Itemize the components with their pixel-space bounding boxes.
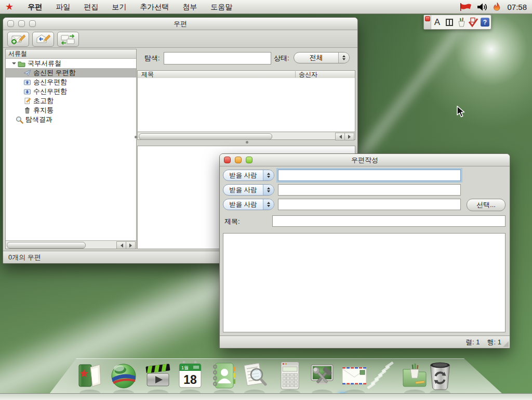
tree-item-trash[interactable]: 휴지통	[6, 106, 136, 115]
spellcheck-tool-button[interactable]	[467, 16, 479, 29]
dock-divider	[367, 363, 397, 390]
select-address-button[interactable]: 선택...	[467, 199, 506, 211]
recipient-type-value: 받을 사람	[223, 171, 263, 180]
menu-item-mail[interactable]: 우편	[21, 0, 49, 14]
dock-item-media-player[interactable]	[144, 360, 171, 391]
help-tool-button[interactable]: ?	[479, 16, 491, 29]
clock[interactable]: 07:58	[507, 3, 527, 11]
recipient-input-1[interactable]	[278, 170, 461, 181]
flame-notifier-icon[interactable]	[493, 2, 501, 11]
scroll-right-button[interactable]	[345, 133, 354, 140]
search-input[interactable]	[164, 52, 271, 64]
tree-item-outbox[interactable]: 송신우편함	[6, 78, 136, 87]
menu-item-help[interactable]: 도움말	[204, 0, 239, 14]
compose-window-titlebar[interactable]: 우편작성	[220, 154, 510, 166]
pen-cup-tool-button[interactable]	[455, 16, 467, 29]
mail-window-titlebar[interactable]: 우편	[3, 18, 357, 30]
menu-item-attach[interactable]: 첨부	[176, 0, 204, 14]
message-list[interactable]	[137, 78, 355, 132]
palette-drag-handle[interactable]	[424, 15, 431, 29]
status-filter-select[interactable]: 전체	[294, 52, 350, 63]
resize-grip[interactable]	[503, 341, 509, 347]
inbox-icon	[23, 88, 31, 95]
list-horizontal-scrollbar[interactable]	[137, 132, 355, 140]
mail-toolbar	[3, 30, 357, 48]
trash-icon	[427, 360, 454, 391]
documents-book-icon	[76, 360, 103, 391]
preview-splitter-handle[interactable]	[246, 141, 248, 144]
scroll-right-button[interactable]	[126, 241, 136, 249]
recipient-row-2: 받을 사람	[223, 184, 461, 196]
dock-item-documents[interactable]	[76, 360, 103, 391]
tree-item-label: 송신된 우편함	[33, 68, 76, 78]
stepper-control[interactable]	[263, 199, 274, 210]
stepper-up-icon	[267, 200, 270, 204]
tree-item-label: 국부서류철	[28, 59, 61, 68]
mail-window-title: 우편	[3, 18, 357, 30]
recipient-type-select-3[interactable]: 받을 사람	[223, 199, 274, 210]
red-star-menu-icon[interactable]: ★	[5, 2, 14, 11]
tree-item-label: 휴지통	[33, 106, 54, 115]
tree-item-inbox[interactable]: 수신우편함	[6, 87, 136, 96]
column-subject[interactable]: 제목	[141, 71, 154, 79]
stepper-control[interactable]	[338, 53, 349, 63]
floating-tool-palette: A ?	[423, 15, 491, 30]
dock-item-contacts[interactable]	[210, 360, 237, 391]
menu-item-options[interactable]: 추가선택	[133, 0, 176, 14]
scrollbar-thumb[interactable]	[139, 133, 272, 140]
spellcheck-icon	[468, 17, 478, 28]
dock-item-web-browser[interactable]	[110, 360, 137, 391]
tree-item-search-results[interactable]: 탐색결과	[6, 115, 136, 124]
search-label: 탐색:	[144, 54, 160, 63]
tree-item-label: 송신우편함	[33, 78, 67, 87]
recipient-row-3: 받을 사람	[223, 199, 461, 210]
scroll-left-button[interactable]	[116, 241, 126, 249]
message-body-editor[interactable]	[223, 233, 506, 332]
menu-item-edit[interactable]: 편집	[77, 0, 105, 14]
disclosure-triangle-icon[interactable]	[12, 62, 16, 67]
volume-icon[interactable]	[477, 3, 488, 11]
document-search-icon	[241, 360, 268, 391]
stepper-control[interactable]	[263, 185, 274, 195]
tree-horizontal-scrollbar[interactable]	[6, 240, 136, 249]
mouse-cursor	[456, 106, 467, 118]
tree-item-local-folders[interactable]: 국부서류철	[6, 59, 136, 68]
system-tray: 07:58	[459, 2, 527, 11]
recipient-input-3[interactable]	[278, 199, 461, 210]
mail-envelope-icon	[341, 360, 368, 391]
recipient-type-value: 받을 사람	[223, 200, 263, 209]
stepper-up-icon	[267, 186, 270, 189]
tree-item-sent-mailbox[interactable]: 송신된 우편함	[6, 68, 136, 78]
palette-close-icon[interactable]	[425, 16, 430, 21]
folder-icon	[18, 60, 25, 67]
text-tool-button[interactable]: A	[431, 16, 443, 29]
send-receive-button[interactable]	[57, 32, 79, 47]
subject-input[interactable]	[272, 215, 506, 227]
dock-item-trash[interactable]	[427, 360, 454, 391]
column-divider[interactable]	[295, 71, 296, 78]
red-flag-icon[interactable]	[459, 3, 472, 11]
message-list-header[interactable]: 제목 송신자	[137, 70, 355, 79]
stepper-up-icon	[267, 171, 270, 175]
menu-item-view[interactable]: 보기	[105, 0, 133, 14]
dock-item-calendar[interactable]: 1월 18	[177, 360, 204, 391]
dock-item-stationery[interactable]	[401, 360, 428, 391]
tree-item-drafts[interactable]: 초고함	[6, 96, 136, 106]
menu-item-file[interactable]: 파일	[49, 0, 77, 14]
folder-tree-panel: 서류철 국부서류철 송신된 우편함 송신우편함	[5, 49, 137, 249]
scroll-right-icon	[129, 243, 134, 248]
scrollbar-thumb[interactable]	[7, 242, 86, 249]
columns-tool-button[interactable]	[443, 16, 455, 29]
recipient-type-select-2[interactable]: 받을 사람	[223, 184, 274, 196]
recipient-input-2[interactable]	[278, 184, 461, 196]
dock-item-calculator[interactable]	[276, 360, 303, 391]
dock-item-system-tools[interactable]	[309, 360, 336, 391]
dock-item-document-viewer[interactable]	[241, 360, 268, 391]
compose-mail-button[interactable]	[7, 32, 29, 47]
reply-mail-button[interactable]	[32, 32, 54, 47]
dock-item-mail[interactable]	[341, 360, 368, 391]
recipient-type-select-1[interactable]: 받을 사람	[223, 170, 274, 181]
stepper-control[interactable]	[263, 170, 274, 180]
scroll-left-button[interactable]	[335, 133, 345, 140]
column-sender[interactable]: 송신자	[299, 71, 317, 79]
